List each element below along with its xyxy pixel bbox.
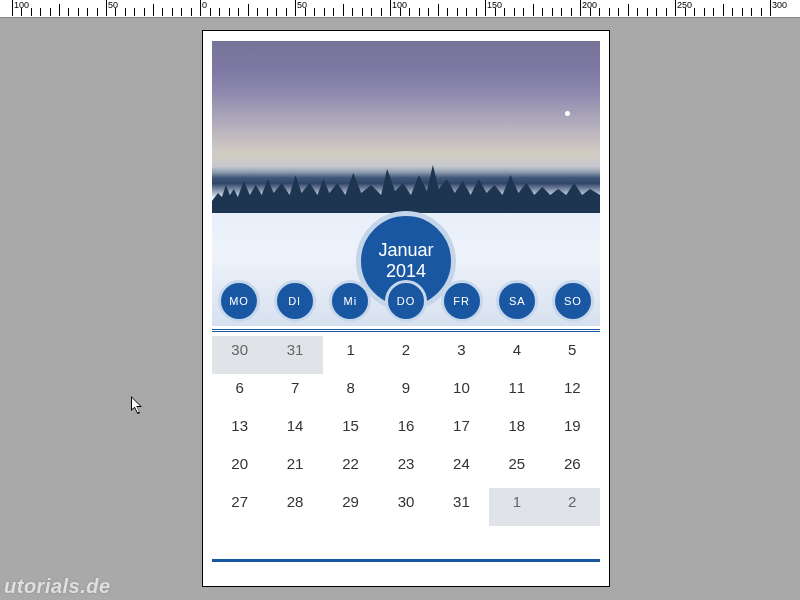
calendar-day-cell[interactable]: 30 [378,488,433,526]
calendar-day-cell[interactable]: 1 [323,336,378,374]
ruler-tick-minor [685,8,686,16]
ruler-tick-minor [761,8,762,16]
calendar-row: 13141516171819 [212,412,600,450]
ruler-tick-major [580,0,581,16]
calendar-day-cell[interactable]: 6 [212,374,267,412]
weekday-badge: SA [496,280,538,322]
ruler-tick-minor [552,8,553,16]
footer-line [212,559,600,562]
ruler-tick-minor [333,8,334,16]
calendar-photo: Januar 2014 MODIMiDOFRSASO [212,41,600,326]
calendar-document[interactable]: Januar 2014 MODIMiDOFRSASO 3031123456789… [202,30,610,587]
horizontal-ruler[interactable]: 10050050100150200250300 [0,0,800,18]
calendar-day-cell[interactable]: 31 [434,488,489,526]
ruler-tick-minor [352,8,353,16]
calendar-day-cell[interactable]: 19 [545,412,600,450]
calendar-day-cell[interactable]: 11 [489,374,544,412]
calendar-day-cell[interactable]: 26 [545,450,600,488]
calendar-day-cell[interactable]: 16 [378,412,433,450]
ruler-tick-minor [637,8,638,16]
ruler-tick-minor [68,8,69,16]
calendar-day-cell[interactable]: 23 [378,450,433,488]
calendar-day-cell[interactable]: 15 [323,412,378,450]
calendar-grid: 3031123456789101112131415161718192021222… [212,336,600,564]
ruler-tick-minor [514,8,515,16]
ruler-tick-minor [495,8,496,16]
ruler-tick-minor [656,8,657,16]
ruler-tick-major [390,0,391,16]
ruler-tick-major [295,0,296,16]
ruler-tick-minor [476,8,477,16]
calendar-day-cell[interactable]: 24 [434,450,489,488]
ruler-tick-minor [523,8,524,16]
ruler-tick-minor [704,8,705,16]
calendar-day-cell[interactable]: 8 [323,374,378,412]
ruler-tick-minor [419,8,420,16]
ruler-label: 50 [108,0,118,10]
watermark-text: utorials.de [0,573,115,600]
calendar-day-cell[interactable]: 7 [267,374,322,412]
ruler-tick-minor [343,4,344,16]
ruler-tick-minor [618,8,619,16]
calendar-day-cell[interactable]: 20 [212,450,267,488]
calendar-day-cell[interactable]: 5 [545,336,600,374]
calendar-day-cell[interactable]: 2 [378,336,433,374]
header-separator [212,329,600,332]
calendar-day-cell[interactable]: 13 [212,412,267,450]
calendar-day-cell[interactable]: 4 [489,336,544,374]
ruler-tick-minor [219,8,220,16]
calendar-day-cell[interactable]: 29 [323,488,378,526]
moon-icon [565,111,570,116]
ruler-tick-minor [533,4,534,16]
ruler-tick-minor [609,8,610,16]
calendar-day-cell[interactable]: 14 [267,412,322,450]
ruler-tick-minor [542,8,543,16]
ruler-tick-minor [229,8,230,16]
calendar-day-cell[interactable]: 28 [267,488,322,526]
weekday-header-row: MODIMiDOFRSASO [212,280,600,326]
calendar-day-cell[interactable]: 18 [489,412,544,450]
ruler-tick-major [12,0,13,16]
ruler-tick-minor [504,8,505,16]
calendar-day-cell[interactable]: 3 [434,336,489,374]
ruler-tick-minor [162,8,163,16]
ruler-tick-minor [97,8,98,16]
ruler-tick-minor [210,8,211,16]
ruler-tick-minor [191,8,192,16]
calendar-day-cell[interactable]: 10 [434,374,489,412]
calendar-day-cell[interactable]: 12 [545,374,600,412]
calendar-day-cell[interactable]: 22 [323,450,378,488]
ruler-tick-minor [457,8,458,16]
calendar-day-cell[interactable]: 30 [212,336,267,374]
ruler-tick-minor [694,8,695,16]
ruler-tick-minor [134,8,135,16]
ruler-tick-major [675,0,676,16]
calendar-day-cell[interactable]: 17 [434,412,489,450]
canvas-area[interactable]: Januar 2014 MODIMiDOFRSASO 3031123456789… [0,18,800,600]
ruler-label: 50 [297,0,307,10]
calendar-row: 6789101112 [212,374,600,412]
calendar-day-cell[interactable]: 9 [378,374,433,412]
ruler-tick-major [106,0,107,16]
ruler-tick-minor [590,8,591,16]
calendar-row: 303112345 [212,336,600,374]
calendar-day-cell[interactable]: 1 [489,488,544,526]
ruler-tick-minor [257,8,258,16]
calendar-day-cell[interactable]: 2 [545,488,600,526]
ruler-tick-minor [248,4,249,16]
ruler-tick-minor [50,8,51,16]
ruler-tick-minor [153,4,154,16]
calendar-row: 20212223242526 [212,450,600,488]
ruler-tick-minor [599,8,600,16]
ruler-tick-minor [59,4,60,16]
ruler-tick-minor [466,8,467,16]
calendar-day-cell[interactable]: 21 [267,450,322,488]
calendar-day-cell[interactable]: 27 [212,488,267,526]
ruler-tick-minor [371,8,372,16]
ruler-tick-minor [87,8,88,16]
ruler-tick-minor [305,8,306,16]
calendar-day-cell[interactable]: 31 [267,336,322,374]
ruler-tick-minor [428,8,429,16]
calendar-day-cell[interactable]: 25 [489,450,544,488]
ruler-tick-minor [21,8,22,16]
